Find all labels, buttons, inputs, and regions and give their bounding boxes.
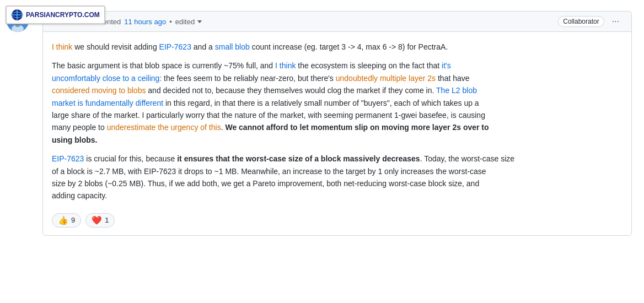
paragraph-2: The basic argument is that blob space is…: [52, 59, 622, 146]
paragraph-3: EIP-7623 is crucial for this, because it…: [52, 153, 622, 202]
heart-emoji: ❤️: [92, 215, 102, 225]
edited-label[interactable]: edited: [175, 18, 202, 26]
content-area: vbuterin commented 11 hours ago • edited…: [0, 0, 644, 247]
more-options-button[interactable]: ···: [609, 16, 622, 27]
comment-header-right: Collaborator ···: [558, 16, 622, 27]
p2-considered: considered moving to blobs: [52, 86, 146, 95]
p2-think: I think: [275, 61, 296, 70]
p1-small-blob: small blob: [215, 42, 250, 51]
p1-and: and a: [191, 42, 215, 51]
p2-s1: The basic argument is that blob space is…: [52, 61, 275, 70]
page: PARSIANCRYPTO.COM vbuterin commented 11 …: [0, 0, 644, 303]
p2-uncomfortably: uncomfortably close to a ceiling:: [52, 74, 162, 83]
thumbsup-emoji: 👍: [58, 215, 68, 225]
p3-s1: is crucial for this, because: [84, 154, 177, 163]
dot-separator: •: [169, 18, 172, 26]
p2-s2: the ecosystem is sleeping on the fact th…: [296, 61, 442, 70]
p1-eip7623-link[interactable]: EIP-7623: [159, 42, 191, 51]
paragraph-1: I think we should revisit adding EIP-762…: [52, 41, 622, 53]
p2-market: market is fundamentally different: [52, 99, 163, 107]
chevron-down-icon: [197, 20, 202, 23]
reactions-bar: 👍 9 ❤️ 1: [43, 209, 631, 235]
comment-body: I think we should revisit adding EIP-762…: [43, 32, 631, 209]
comment-container: vbuterin commented 11 hours ago • edited…: [42, 11, 632, 236]
edited-text: edited: [175, 18, 195, 26]
p3-eip7623-link[interactable]: EIP-7623: [52, 154, 84, 163]
logo-text: PARSIANCRYPTO.COM: [26, 11, 100, 19]
p2-s3: the fees seem to be reliably near-zero, …: [162, 74, 336, 83]
p2-s4: that have: [436, 74, 470, 83]
parsiancrypto-logo: PARSIANCRYPTO.COM: [6, 6, 105, 24]
p2-s6: in this regard, in that there is a relat…: [163, 99, 475, 107]
p1-rest: count increase (eg. target 3 -> 4, max 6…: [250, 42, 448, 51]
p2-underestimate: underestimate the urgency of this: [107, 123, 221, 132]
logo-icon: [11, 9, 23, 21]
thumbsup-reaction[interactable]: 👍 9: [52, 213, 81, 228]
p2-s7: large share of the market. I particularl…: [52, 111, 485, 120]
p2-undoubtedly: undoubtedly multiple layer 2s: [336, 74, 436, 83]
timestamp[interactable]: 11 hours ago: [124, 18, 166, 26]
p2-s8: many people to: [52, 123, 107, 132]
p2-a-large: a: [475, 99, 479, 107]
comment-header: vbuterin commented 11 hours ago • edited…: [43, 12, 631, 32]
p3-bold1: it ensures that the worst-case size of a…: [177, 154, 420, 163]
p2-l2blob: The L2 blob: [436, 86, 477, 95]
p1-main: we should revisit adding: [72, 42, 159, 51]
heart-reaction[interactable]: ❤️ 1: [85, 213, 115, 228]
p1-think: I think: [52, 42, 72, 51]
thumbsup-count: 9: [71, 216, 75, 224]
p2-its: it's: [442, 61, 451, 70]
p2-s5: and decided not to, because they themsel…: [146, 86, 436, 95]
collaborator-badge: Collaborator: [558, 16, 604, 27]
heart-count: 1: [105, 216, 109, 224]
